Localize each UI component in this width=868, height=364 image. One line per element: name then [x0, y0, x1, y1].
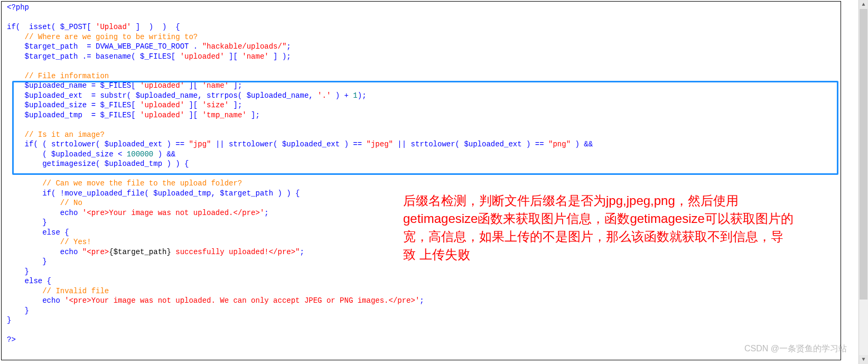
blank-line — [7, 61, 835, 71]
comment: // Where are we going to be writing to? — [7, 33, 198, 41]
comment: // Is it an image? — [7, 130, 105, 139]
blank-line — [7, 325, 835, 335]
comment: // No — [7, 199, 82, 207]
comment: // Invalid file — [7, 287, 109, 295]
blank-line — [7, 120, 835, 130]
comment: // Yes! — [7, 238, 91, 246]
scroll-up-arrow-icon[interactable]: ▲ — [859, 0, 868, 9]
blank-line — [7, 13, 835, 23]
annotation-text: 后缀名检测，判断文件后缀名是否为jpg,jpeg,png，然后使用getimag… — [403, 192, 794, 264]
vertical-scrollbar[interactable]: ▲ ▼ — [858, 0, 868, 364]
comment: // Can we move the file to the upload fo… — [7, 179, 242, 188]
php-open-tag: <?php — [7, 3, 29, 12]
scroll-down-arrow-icon[interactable]: ▼ — [859, 355, 868, 364]
comment: // File information — [7, 72, 109, 80]
blank-line — [7, 169, 835, 179]
code-editor-area: <?php if( isset( $_POST[ 'Upload' ] ) ) … — [1, 1, 841, 360]
php-close-tag: ?> — [7, 335, 16, 344]
scroll-thumb[interactable] — [860, 9, 867, 300]
